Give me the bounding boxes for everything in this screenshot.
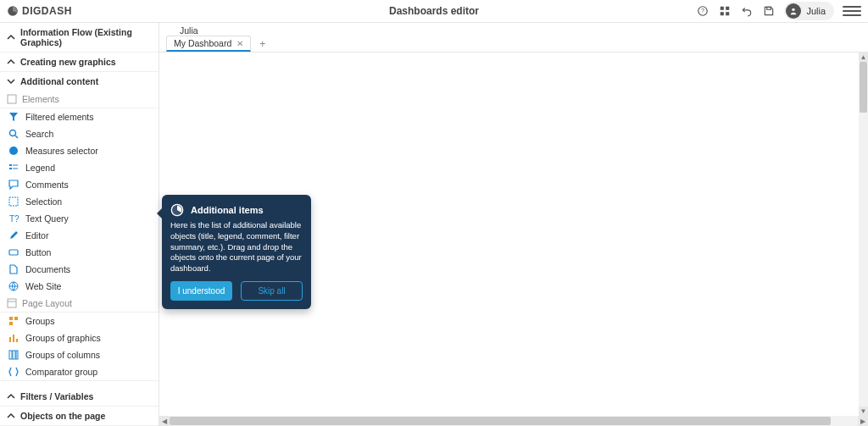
section-filters-variables[interactable]: Filters / Variables bbox=[0, 387, 159, 406]
item-comparator-group[interactable]: Comparator group bbox=[0, 363, 159, 380]
scroll-left-icon[interactable]: ◀ bbox=[159, 416, 170, 426]
item-selection[interactable]: Selection bbox=[0, 193, 159, 210]
filter-icon bbox=[8, 112, 19, 122]
svg-rect-7 bbox=[767, 7, 771, 9]
user-menu[interactable]: Julia bbox=[784, 2, 834, 20]
pencil-icon bbox=[8, 230, 19, 241]
item-button[interactable]: Button bbox=[0, 244, 159, 261]
save-icon[interactable] bbox=[762, 4, 776, 18]
chevron-up-icon bbox=[7, 33, 15, 41]
horizontal-scrollbar[interactable]: ◀ ▶ bbox=[159, 416, 868, 426]
item-measures-selector[interactable]: Measures selector bbox=[0, 142, 159, 159]
popover-body: Here is the list of additional available… bbox=[170, 220, 303, 274]
item-documents[interactable]: Documents bbox=[0, 261, 159, 278]
sidebar: Information Flow (Existing Graphics) Cre… bbox=[0, 23, 159, 426]
add-tab-button[interactable]: + bbox=[256, 38, 269, 50]
svg-rect-13 bbox=[9, 164, 12, 166]
section-label: Additional content bbox=[20, 76, 98, 86]
grid-icon[interactable] bbox=[718, 4, 732, 18]
svg-rect-5 bbox=[721, 12, 724, 15]
undo-icon[interactable] bbox=[740, 4, 754, 18]
item-groups-of-graphics[interactable]: Groups of graphics bbox=[0, 329, 159, 346]
item-legend[interactable]: Legend bbox=[0, 159, 159, 176]
section-creating-graphics[interactable]: Creating new graphics bbox=[0, 53, 159, 71]
chevron-down-icon bbox=[7, 77, 15, 86]
svg-rect-3 bbox=[721, 7, 724, 10]
layout-icon bbox=[7, 298, 17, 308]
scroll-right-icon[interactable]: ▶ bbox=[858, 416, 868, 426]
groups-icon bbox=[8, 316, 19, 326]
globe-icon bbox=[8, 281, 19, 291]
scroll-thumb[interactable] bbox=[860, 62, 867, 113]
item-filtered-elements[interactable]: Filtered elements bbox=[0, 108, 159, 125]
svg-rect-30 bbox=[13, 351, 15, 359]
svg-point-10 bbox=[10, 130, 16, 136]
section-information-flow[interactable]: Information Flow (Existing Graphics) bbox=[0, 23, 159, 52]
elements-icon bbox=[7, 94, 17, 104]
svg-line-11 bbox=[15, 136, 18, 138]
item-groups-of-columns[interactable]: Groups of columns bbox=[0, 346, 159, 363]
help-icon[interactable]: ? bbox=[696, 4, 709, 18]
section-label: Filters / Variables bbox=[20, 391, 93, 401]
measure-icon bbox=[8, 146, 19, 156]
section-objects-on-page[interactable]: Objects on the page bbox=[0, 407, 159, 425]
item-groups[interactable]: Groups bbox=[0, 313, 159, 329]
chevron-up-icon bbox=[7, 392, 15, 401]
user-name: Julia bbox=[806, 6, 826, 16]
header-actions: ? Julia bbox=[696, 2, 861, 20]
section-label: Creating new graphics bbox=[20, 57, 116, 67]
skip-all-button[interactable]: Skip all bbox=[241, 281, 303, 301]
i-understood-button[interactable]: I understood bbox=[170, 281, 232, 301]
tab-my-dashboard[interactable]: My Dashboard ✕ bbox=[166, 36, 251, 52]
svg-point-8 bbox=[793, 8, 795, 11]
group-page-layout: Page Layout bbox=[0, 295, 159, 313]
scroll-down-icon[interactable]: ▼ bbox=[859, 407, 868, 416]
svg-rect-25 bbox=[9, 322, 13, 325]
svg-text:T?: T? bbox=[9, 214, 19, 224]
item-web-site[interactable]: Web Site bbox=[0, 278, 159, 295]
comparator-icon bbox=[8, 367, 19, 377]
logo-text: DIGDASH bbox=[22, 5, 72, 17]
comment-icon bbox=[8, 180, 19, 190]
svg-rect-23 bbox=[9, 317, 13, 320]
svg-rect-19 bbox=[9, 250, 18, 255]
svg-rect-14 bbox=[9, 168, 12, 169]
chevron-up-icon bbox=[7, 412, 15, 420]
tab-bar: My Dashboard ✕ + bbox=[159, 36, 868, 53]
svg-point-12 bbox=[9, 147, 18, 155]
item-search[interactable]: Search bbox=[0, 125, 159, 142]
button-icon bbox=[8, 247, 19, 257]
svg-rect-27 bbox=[13, 335, 14, 342]
section-label: Objects on the page bbox=[20, 411, 105, 421]
item-text-query[interactable]: T?Text Query bbox=[0, 210, 159, 227]
menu-icon[interactable] bbox=[843, 3, 861, 19]
document-icon bbox=[8, 264, 19, 274]
onboarding-popover: Additional items Here is the list of add… bbox=[162, 195, 311, 309]
vertical-scrollbar[interactable]: ▲ ▼ bbox=[859, 53, 868, 416]
legend-icon bbox=[8, 163, 19, 173]
text-query-icon: T? bbox=[8, 213, 19, 224]
app-logo: DIGDASH bbox=[7, 5, 72, 17]
app-header: DIGDASH Dashboards editor ? Julia bbox=[0, 0, 868, 23]
columns-icon bbox=[8, 350, 19, 360]
section-label: Information Flow (Existing Graphics) bbox=[20, 27, 152, 47]
close-icon[interactable]: ✕ bbox=[236, 39, 243, 48]
scroll-thumb[interactable] bbox=[170, 417, 831, 425]
item-comments[interactable]: Comments bbox=[0, 176, 159, 193]
avatar-icon bbox=[786, 3, 801, 19]
item-editor[interactable]: Editor bbox=[0, 227, 159, 244]
svg-rect-6 bbox=[726, 12, 730, 15]
svg-rect-28 bbox=[16, 339, 18, 342]
page-layout-list: Groups Groups of graphics Groups of colu… bbox=[0, 313, 159, 380]
section-additional-content[interactable]: Additional content bbox=[0, 72, 159, 91]
svg-rect-9 bbox=[8, 95, 16, 103]
popover-title: Additional items bbox=[191, 205, 264, 215]
svg-rect-24 bbox=[14, 317, 18, 320]
svg-rect-4 bbox=[726, 7, 730, 10]
svg-rect-17 bbox=[9, 197, 18, 206]
elements-list: Filtered elements Search Measures select… bbox=[0, 108, 159, 295]
svg-text:?: ? bbox=[701, 8, 704, 14]
graphics-group-icon bbox=[8, 333, 19, 343]
tab-label: My Dashboard bbox=[174, 38, 231, 48]
scroll-up-icon[interactable]: ▲ bbox=[859, 53, 868, 62]
